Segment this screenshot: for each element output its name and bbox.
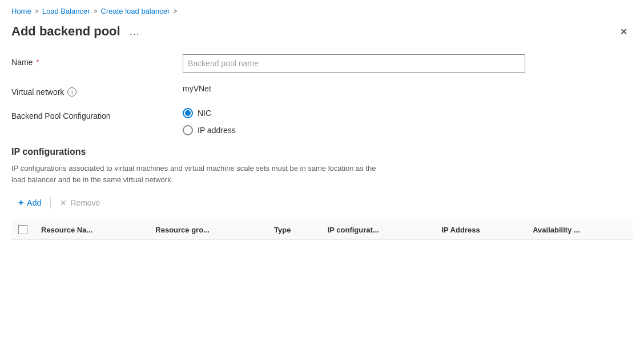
- ellipsis-button[interactable]: ...: [126, 25, 143, 39]
- breadcrumb: Home > Load Balancer > Create load balan…: [0, 0, 644, 20]
- radio-ip[interactable]: [183, 125, 193, 135]
- name-field-container: [183, 54, 633, 73]
- breadcrumb-sep-2: >: [94, 7, 98, 15]
- breadcrumb-home[interactable]: Home: [11, 7, 31, 15]
- name-input[interactable]: [183, 54, 525, 73]
- name-label: Name *: [11, 54, 183, 67]
- select-all-checkbox[interactable]: [18, 225, 27, 234]
- toolbar-separator: [50, 197, 51, 208]
- breadcrumb-load-balancer[interactable]: Load Balancer: [42, 7, 90, 15]
- table-header: Resource Na... Resource gro... Type IP c…: [11, 220, 633, 239]
- data-table: Resource Na... Resource gro... Type IP c…: [11, 220, 633, 240]
- col-availability: Availability ...: [526, 220, 633, 239]
- virtual-network-value: myVNet: [183, 81, 211, 93]
- breadcrumb-sep-3: >: [173, 7, 177, 15]
- ip-configurations-title: IP configurations: [0, 147, 644, 157]
- virtual-network-label: Virtual network i: [11, 84, 183, 97]
- col-resource-name: Resource Na...: [34, 220, 148, 239]
- breadcrumb-sep-1: >: [35, 7, 39, 15]
- panel-title-group: Add backend pool ...: [11, 24, 143, 39]
- table-container: Resource Na... Resource gro... Type IP c…: [0, 220, 644, 240]
- radio-nic[interactable]: [183, 108, 193, 118]
- panel-header: Add backend pool ... ✕: [0, 20, 644, 50]
- virtual-network-row: Virtual network i myVNet: [11, 84, 633, 97]
- add-button[interactable]: + Add: [11, 194, 48, 211]
- panel-title: Add backend pool: [11, 24, 120, 39]
- ip-configurations-description: IP configurations associated to virtual …: [0, 163, 400, 185]
- radio-group: NIC IP address: [183, 108, 633, 135]
- backend-pool-config-label: Backend Pool Configuration: [11, 108, 183, 121]
- add-label: Add: [27, 198, 41, 207]
- form-container: Name * Virtual network i myVNet Backend …: [0, 50, 644, 135]
- col-ip-address: IP Address: [434, 220, 526, 239]
- col-ip-configuration: IP configurat...: [321, 220, 435, 239]
- virtual-network-info-icon[interactable]: i: [67, 87, 77, 97]
- toolbar: + Add ✕ Remove: [0, 194, 644, 211]
- x-icon: ✕: [60, 198, 67, 207]
- plus-icon: +: [18, 198, 23, 208]
- virtual-network-value-container: myVNet: [183, 84, 633, 93]
- name-row: Name *: [11, 54, 633, 73]
- remove-label: Remove: [70, 198, 100, 207]
- remove-button[interactable]: ✕ Remove: [53, 195, 107, 211]
- col-checkbox: [11, 220, 34, 239]
- required-indicator: *: [36, 58, 39, 67]
- breadcrumb-create-lb[interactable]: Create load balancer: [101, 7, 170, 15]
- close-button[interactable]: ✕: [614, 22, 633, 41]
- radio-option-ip[interactable]: IP address: [183, 125, 633, 135]
- col-resource-group: Resource gro...: [148, 220, 267, 239]
- radio-ip-label: IP address: [198, 126, 236, 135]
- backend-pool-config-row: Backend Pool Configuration NIC IP addres…: [11, 108, 633, 135]
- col-type: Type: [267, 220, 321, 239]
- backend-pool-config-options: NIC IP address: [183, 108, 633, 135]
- radio-option-nic[interactable]: NIC: [183, 108, 633, 118]
- radio-nic-label: NIC: [198, 109, 211, 118]
